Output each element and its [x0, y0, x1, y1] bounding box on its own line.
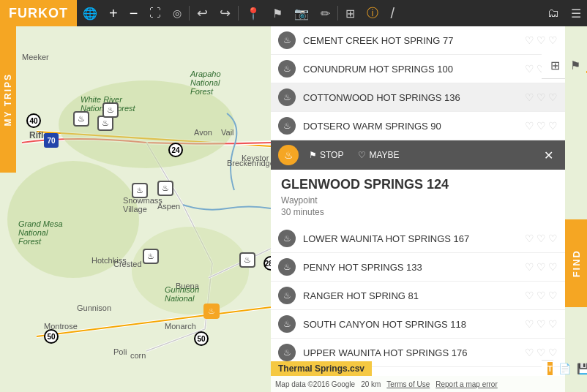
list-item-ranger[interactable]: ♨ RANGER HOT SPRING 81 ♡ ♡ ♡	[271, 282, 565, 310]
my-trips-sidebar[interactable]: MY TRIPS	[0, 26, 16, 173]
heart2[interactable]: ♡	[536, 261, 546, 273]
toolbar-right: 🗂 ☰	[542, 0, 587, 26]
map-marker-6[interactable]: ♨	[143, 249, 159, 264]
flag-btn[interactable]: ⚑	[266, 0, 288, 26]
camera-btn[interactable]: 📷	[288, 0, 315, 26]
heart3[interactable]: ♡	[548, 91, 558, 103]
add-btn[interactable]: +	[103, 0, 124, 26]
heart-icons: ♡ ♡ ♡	[525, 233, 558, 244]
divider-btn[interactable]: /	[384, 0, 400, 26]
hot-spring-icon: ♨	[278, 287, 296, 304]
heart1[interactable]: ♡	[525, 91, 534, 103]
hot-spring-icon: ♨	[278, 60, 296, 78]
heart1[interactable]: ♡	[525, 318, 534, 330]
second-toolbar: ⊞ ⚑ ≡ ⊡ 👁 ≡ ↻ ALL	[542, 53, 565, 79]
list-item-cottonwood[interactable]: ♨ COTTONWOOD HOT SPRINGS 136 ♡ ♡ ♡	[271, 83, 565, 112]
redo-btn[interactable]: ↪	[214, 0, 236, 26]
info-btn[interactable]: ⓘ	[361, 0, 384, 26]
heart3[interactable]: ♡	[548, 233, 558, 244]
heart2[interactable]: ♡	[536, 120, 546, 132]
heart-icons: ♡ ♡ ♡	[525, 261, 558, 273]
heart-icons: ♡ ♡ ♡	[525, 34, 558, 46]
list-item-south-canyon[interactable]: ♨ SOUTH CANYON HOT SPRINGS 118 ♡ ♡ ♡	[271, 310, 565, 339]
stop-label: STOP	[320, 150, 343, 160]
filter-btn[interactable]: ☰	[565, 0, 587, 26]
globe-btn[interactable]: 🌐	[77, 0, 103, 26]
grid-view-btn[interactable]: ⊞	[546, 59, 564, 72]
heart3[interactable]: ♡	[548, 318, 558, 330]
heart1[interactable]: ♡	[525, 347, 534, 358]
map-marker-7[interactable]: ♨	[239, 252, 255, 268]
flag-view-btn[interactable]: ⚑	[566, 59, 585, 72]
maybe-button[interactable]: ♡ MAYBE	[354, 148, 403, 162]
list-item-conundrum[interactable]: ♨ CONUNDRUM HOT SPRINGS 100 ♡ ♡ ♡	[271, 55, 565, 83]
item-name: SOUTH CANYON HOT SPRINGS 118	[303, 319, 525, 330]
heart2[interactable]: ♡	[536, 290, 546, 301]
heart1[interactable]: ♡	[525, 290, 534, 301]
undo-btn[interactable]: ↩	[191, 0, 214, 26]
maybe-heart-icon: ♡	[358, 150, 366, 160]
bottom-icon-1[interactable]: 📄	[558, 363, 571, 374]
heart2[interactable]: ♡	[536, 34, 546, 46]
map-data-text: Map data ©2016 Google	[275, 380, 355, 388]
scale-label: 20 km	[361, 380, 381, 388]
heart2[interactable]: ♡	[536, 318, 546, 330]
heart3[interactable]: ♡	[548, 120, 558, 132]
minus-btn[interactable]: −	[124, 0, 144, 26]
heart1[interactable]: ♡	[525, 120, 534, 132]
pin-btn[interactable]: 📍	[240, 0, 266, 26]
target-btn[interactable]: ◎	[167, 0, 187, 26]
heart3[interactable]: ♡	[548, 34, 558, 46]
hot-spring-icon: ♨	[278, 258, 296, 276]
map-marker-4[interactable]: ♨	[157, 181, 173, 196]
map-marker-selected[interactable]: ♨	[203, 304, 220, 319]
heart3[interactable]: ♡	[548, 347, 558, 358]
popup-time: 30 minutes	[281, 207, 555, 217]
popup-title: GLENWOOD SPRINGS 124	[281, 177, 555, 192]
popup-hot-icon: ♨	[278, 145, 299, 165]
map-marker-5[interactable]: ♨	[102, 102, 119, 118]
us50b-marker: 50	[194, 331, 209, 346]
heart2[interactable]: ♡	[536, 347, 546, 358]
grid-btn[interactable]: ⊞	[340, 0, 361, 26]
stop-flag-icon: ⚑	[309, 150, 317, 160]
item-name: CONUNDRUM HOT SPRINGS 100	[303, 64, 525, 75]
hot-spring-icon: ♨	[278, 117, 296, 135]
thermal-notification[interactable]: Thermal Springs.csv	[271, 361, 372, 376]
hot-spring-icon: ♨	[278, 315, 296, 333]
popup-close-btn[interactable]: ✕	[539, 147, 558, 164]
heart1[interactable]: ♡	[525, 233, 534, 244]
heart1[interactable]: ♡	[525, 63, 534, 75]
heart3[interactable]: ♡	[548, 261, 558, 273]
list-item-cement-creek[interactable]: ♨ CEMENT CREEK HOT SPRING 77 ♡ ♡ ♡	[271, 26, 565, 55]
fullscreen-btn[interactable]: ⛶	[143, 0, 167, 26]
item-name: UPPER WAUNITA HOT SPRINGS 176	[303, 347, 525, 358]
popup-subtitle: Waypoint	[281, 195, 555, 206]
item-name: LOWER WAUNITA HOT SPRINGS 167	[303, 233, 525, 244]
heart2[interactable]: ♡	[536, 91, 546, 103]
report-link[interactable]: Report a map error	[435, 380, 497, 388]
us24-marker: 24	[168, 143, 183, 157]
list-item-penny[interactable]: ♨ PENNY HOT SPRINGS 133 ♡ ♡ ♡	[271, 253, 565, 282]
type-button[interactable]: T	[547, 362, 553, 375]
heart2[interactable]: ♡	[536, 233, 546, 244]
find-label: FIND	[571, 249, 582, 277]
heart1[interactable]: ♡	[525, 34, 534, 46]
map-marker-1[interactable]: ♨	[73, 111, 89, 127]
stop-button[interactable]: ⚑ STOP	[304, 148, 348, 162]
heart1[interactable]: ♡	[525, 261, 534, 273]
heart3[interactable]: ♡	[548, 290, 558, 301]
edit-btn[interactable]: ✏	[315, 0, 336, 26]
map-marker-2[interactable]: ♨	[97, 116, 113, 131]
terms-link[interactable]: Terms of Use	[386, 380, 430, 388]
list-item-dotsero[interactable]: ♨ DOTSERO WARM SPRINGS 90 ♡ ♡ ♡	[271, 112, 565, 140]
map-marker-3[interactable]: ♨	[132, 183, 148, 198]
logo[interactable]: FURKOT	[0, 0, 77, 26]
find-sidebar[interactable]: FIND	[565, 219, 587, 307]
bottom-icon-2[interactable]: 💾	[577, 363, 587, 374]
list-item-lower-waunita[interactable]: ♨ LOWER WAUNITA HOT SPRINGS 167 ♡ ♡ ♡	[271, 225, 565, 253]
layers-btn[interactable]: 🗂	[542, 0, 565, 26]
us50-marker: 50	[44, 329, 59, 344]
bottom-bar: T 📄 💾 📋 ALL	[542, 360, 553, 376]
sep2	[238, 6, 239, 20]
